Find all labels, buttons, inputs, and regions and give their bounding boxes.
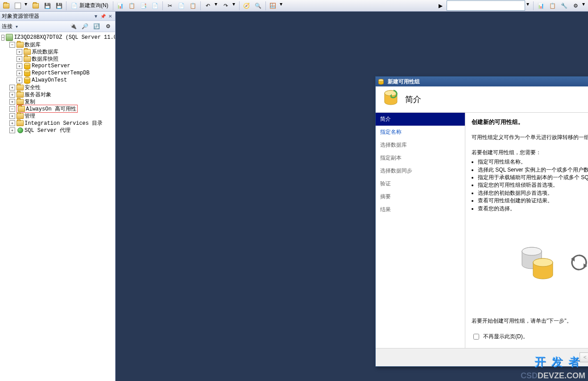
pane-desc: 可用性组定义可作为一个单元进行故障转移的一组用户数据库。 [472,133,588,142]
panel-pin-icon[interactable]: 📌 [100,13,106,19]
pane-lead: 若要创建可用性组，您需要： 指定可用性组名称。 选择此 SQL Server 实… [472,149,588,213]
dont-show-checkbox[interactable]: 不再显示此页(D)。 [472,332,588,341]
tb-combo-dd[interactable]: ▾ [526,0,531,11]
bullet-4: 指定您的可用性组侦听器首选项。 [478,181,588,189]
tb-win-dd[interactable]: ▾ [279,0,285,11]
tree-reportserver[interactable]: ReportServer [32,63,70,69]
folder-icon [17,98,24,105]
step-select-db[interactable]: 选择数据库 [376,139,465,152]
tb-icon-c[interactable]: 📑 [138,0,149,11]
tree-alwayontest[interactable]: AlwayOnTest [32,77,67,83]
bullet-7: 查看您的选择。 [478,205,588,213]
tree-replication[interactable]: 复制 [25,98,35,106]
connect-dd-icon[interactable]: ▾ [13,23,20,29]
tb-redo-dd[interactable]: ▾ [232,0,237,11]
step-intro[interactable]: 简介 [376,113,465,126]
step-sync[interactable]: 选择数据同步 [376,164,465,177]
tb-icon-b[interactable]: 📋 [127,0,137,11]
tb-r3-icon[interactable]: 🔧 [559,0,569,11]
new-query-button[interactable]: 📄 新建查询(N) [68,1,111,11]
bullet-5: 选择您的初始数据同步首选项。 [478,189,588,197]
tb-icon-d[interactable]: 📄 [150,0,161,11]
tb-copy-icon[interactable]: 📄 [176,0,187,11]
tree-management[interactable]: 管理 [25,112,35,120]
tree-sys-db[interactable]: 系统数据库 [32,48,58,56]
folder-icon [17,119,24,127]
step-result[interactable]: 结果 [376,203,465,216]
main-toolbar: ▾ 💾 💾 📄 新建查询(N) 📊 📋 📑 📄 ✂ 📄 📋 ↶ ▾ ↷ ▾ 🧭 … [0,0,588,12]
dialog-titlebar[interactable]: 新建可用性组 _ □ ✕ [376,77,588,86]
next-hint: 若要开始创建可用性组，请单击"下一步"。 [472,317,588,325]
dialog-button-bar: < 上一步(P) 下一步(N) > 取消 [376,348,588,366]
folder-icon [17,41,24,48]
watermark-csdn: CSDDEVZE.COM [521,371,585,381]
tree-alwayson-highlight[interactable]: AlwaysOn 高可用性 [17,105,78,113]
folder-icon [17,112,24,119]
new-ag-dialog: 新建可用性组 _ □ ✕ 简介 [375,76,588,367]
pt-icon-4[interactable]: ⚙ [103,21,113,32]
tb-icon-2[interactable] [12,0,23,11]
tree-alwayson: AlwaysOn 高可用性 [26,105,76,113]
tb-r2-icon[interactable]: 📋 [547,0,558,11]
step-validate[interactable]: 验证 [376,177,465,190]
tb-icon-1[interactable] [1,0,12,11]
tb-cut-icon[interactable]: ✂ [165,0,175,11]
content-area: 新建可用性组 _ □ ✕ 简介 [116,12,588,381]
tree-agent[interactable]: SQL Server 代理 [25,127,70,134]
tb-r4-icon[interactable]: ⚙ [570,0,581,11]
toolbar-combo[interactable] [447,0,525,11]
panel-dropdown-icon[interactable]: ▼ [93,13,99,19]
tb-r1-icon[interactable]: 📊 [535,0,546,11]
tb-paste-icon[interactable]: 📋 [188,0,199,11]
tree-ssis[interactable]: Integration Services 目录 [25,119,103,127]
tb-open-icon[interactable] [30,0,41,11]
object-tree[interactable]: −IZ3QD28BXQ7DT0Z (SQL Server 11.0.2 −数据库… [0,32,115,381]
tree-db-snap[interactable]: 数据库快照 [32,55,58,63]
tb-icon-a[interactable]: 📊 [115,0,126,11]
dialog-icon [377,78,385,85]
tb-r-dd[interactable]: ▾ [582,0,587,11]
pane-heading: 创建新的可用性组。 [472,118,588,126]
step-replicas[interactable]: 指定副本 [376,152,465,164]
server-icon [6,34,13,41]
pt-icon-2[interactable]: 🔎 [79,21,90,32]
pt-icon-3[interactable]: 🔃 [91,21,102,32]
panel-close-icon[interactable]: ✕ [107,13,113,19]
dialog-header-text: 简介 [405,94,421,105]
tb-saveall-icon[interactable]: 💾 [54,0,64,11]
pt-icon-1[interactable]: 🔌 [68,21,79,32]
tb-undo-dd[interactable]: ▾ [214,0,219,11]
db-cluster-icon [518,242,559,283]
header-db-icon [383,90,399,110]
folder-icon [24,48,31,55]
tb-redo-icon[interactable]: ↷ [220,0,231,11]
tree-reportservertemp[interactable]: ReportServerTempDB [32,70,90,76]
dialog-header: 简介 [376,86,588,113]
database-icon [24,77,31,84]
tb-save-icon[interactable]: 💾 [42,0,53,11]
step-name[interactable]: 指定名称 [376,126,465,139]
folder-icon [24,55,31,62]
svg-point-4 [522,247,542,255]
tb-undo-icon[interactable]: ↶ [203,0,213,11]
tree-databases[interactable]: 数据库 [25,41,41,49]
database-icon [24,62,31,70]
panel-title: 对象资源管理器 [2,12,39,20]
new-query-icon: 📄 [71,3,78,9]
dont-show-input[interactable] [473,334,479,340]
tb-find-icon[interactable]: 🔍 [253,0,264,11]
tb-dropdown-1[interactable]: ▾ [24,0,29,11]
tb-exec-icon[interactable]: ▶ [435,0,446,11]
tree-security[interactable]: 安全性 [25,84,41,91]
object-explorer-panel: 对象资源管理器 ▼ 📌 ✕ 连接 ▾ 🔌 🔎 🔃 ⚙ −IZ3QD28BXQ7D… [0,12,116,381]
bullet-3: 指定用于承载辅助可用性副本的一个或多个 SQL Server 实例。 [478,174,588,181]
step-summary[interactable]: 摘要 [376,190,465,203]
tb-win-icon[interactable]: 🪟 [268,0,278,11]
svg-point-6 [533,258,553,266]
database-icon [24,70,31,77]
tree-server[interactable]: IZ3QD28BXQ7DT0Z (SQL Server 11.0.2 [14,34,115,41]
tb-nav-icon[interactable]: 🧭 [241,0,252,11]
panel-header: 对象资源管理器 ▼ 📌 ✕ [0,12,115,21]
tree-server-obj[interactable]: 服务器对象 [25,91,51,98]
wizard-steps: 简介 指定名称 选择数据库 指定副本 选择数据同步 验证 摘要 结果 [376,113,465,348]
